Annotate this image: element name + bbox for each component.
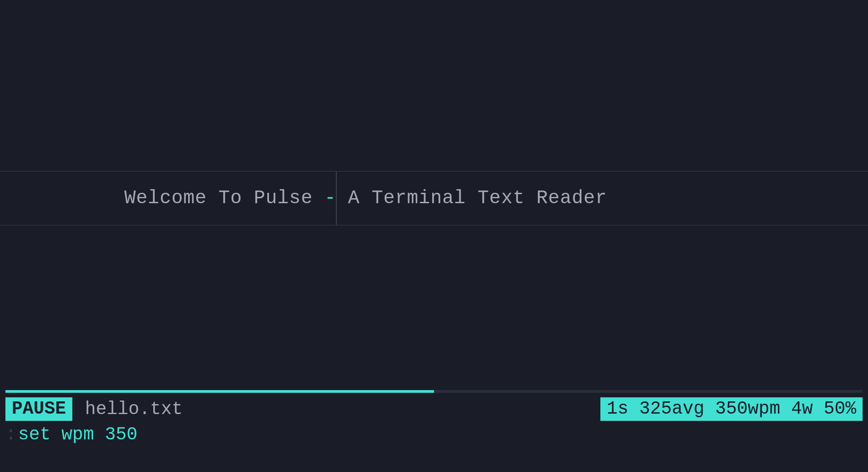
command-prefix: :	[5, 424, 16, 445]
status-bar: PAUSE hello.txt 1s 325avg 350wpm 4w 50%	[5, 397, 863, 421]
reading-text-orp: -	[325, 187, 336, 209]
reading-text-pre: Welcome To Pulse	[124, 187, 325, 209]
mode-chip[interactable]: PAUSE	[5, 397, 72, 421]
terminal-root: Welcome To Pulse - A Terminal Text Reade…	[0, 0, 868, 472]
progress-bar[interactable]	[5, 390, 863, 393]
reading-text: Welcome To Pulse - A Terminal Text Reade…	[124, 187, 607, 209]
reading-text-post: A Terminal Text Reader	[336, 187, 607, 209]
command-input[interactable]	[18, 424, 470, 445]
reading-strip: Welcome To Pulse - A Terminal Text Reade…	[0, 171, 868, 225]
command-line[interactable]: :	[5, 424, 470, 445]
progress-fill	[5, 390, 434, 393]
file-name: hello.txt	[85, 399, 183, 420]
stats-chip: 1s 325avg 350wpm 4w 50%	[600, 397, 863, 421]
